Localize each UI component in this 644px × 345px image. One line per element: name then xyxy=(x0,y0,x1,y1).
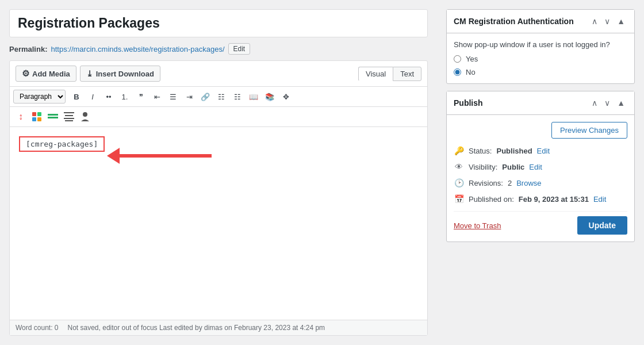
unordered-list-button[interactable]: •• xyxy=(101,89,116,104)
expand-button[interactable]: ✥ xyxy=(278,89,293,104)
auth-panel-collapse-button[interactable]: ▲ xyxy=(615,16,627,27)
publish-panel-title: Publish xyxy=(454,98,483,108)
auth-radio-no-label: No xyxy=(466,68,476,76)
editor-top-bar: ⚙ Add Media ⤓ Insert Download Visual Tex… xyxy=(10,61,427,87)
link-button[interactable]: 🔗 xyxy=(198,89,213,104)
sidebar: CM Registration Authentication ∧ ∨ ▲ Sho… xyxy=(437,0,644,345)
visibility-edit-link[interactable]: Edit xyxy=(529,163,542,171)
post-title-input[interactable]: Registration Packages xyxy=(18,16,419,31)
preview-changes-button[interactable]: Preview Changes xyxy=(551,122,627,139)
editor-buttons: ⚙ Add Media ⤓ Insert Download xyxy=(16,66,160,82)
publish-meta: 🔑 Status: Published Edit 👁 Visibility: P… xyxy=(454,145,627,204)
blockquote-button[interactable]: ❞ xyxy=(133,89,148,104)
permalink-url[interactable]: https://marcin.cminds.website/registrati… xyxy=(51,45,224,53)
italic-button[interactable]: I xyxy=(85,89,100,104)
revisions-browse-link[interactable]: Browse xyxy=(516,179,541,187)
published-value: Feb 9, 2023 at 15:31 xyxy=(519,195,589,204)
tab-visual[interactable]: Visual xyxy=(358,67,393,81)
arrow-shaft xyxy=(120,154,212,158)
svg-rect-4 xyxy=(48,114,58,116)
auth-radio-no[interactable]: No xyxy=(454,68,627,76)
svg-rect-7 xyxy=(65,115,73,116)
revisions-icon: 🕑 xyxy=(454,178,464,188)
svg-rect-3 xyxy=(37,117,41,121)
toolbar-row-1: Paragraph B I •• 1. ❞ ⇤ ☰ ⇥ 🔗 ☷ ☷ 📖 📚 ✥ xyxy=(10,87,427,107)
published-row: 📅 Published on: Feb 9, 2023 at 15:31 Edi… xyxy=(454,194,627,204)
custom-icon-2[interactable] xyxy=(29,109,44,124)
permalink-row: Permalink: https://marcin.cminds.website… xyxy=(9,43,428,55)
add-media-button[interactable]: ⚙ Add Media xyxy=(16,66,76,82)
custom-icon-4[interactable] xyxy=(62,109,76,124)
align-right-button[interactable]: ⇥ xyxy=(182,89,197,104)
publish-panel-controls: ∧ ∨ ▲ xyxy=(589,97,627,109)
published-label: Published on: xyxy=(469,195,514,204)
align-left-button[interactable]: ⇤ xyxy=(150,89,164,104)
status-value: Published xyxy=(496,147,532,155)
add-media-icon: ⚙ xyxy=(22,68,29,79)
update-button[interactable]: Update xyxy=(577,216,627,235)
published-edit-link[interactable]: Edit xyxy=(593,195,606,204)
auth-radio-yes-input[interactable] xyxy=(454,55,461,63)
auth-radio-yes-label: Yes xyxy=(466,55,478,63)
auth-panel-controls: ∧ ∨ ▲ xyxy=(589,16,627,27)
auth-panel-up-button[interactable]: ∧ xyxy=(589,16,600,27)
custom-icon-3[interactable] xyxy=(45,109,60,124)
table2-button[interactable]: ☷ xyxy=(230,89,245,104)
main-editor-area: Registration Packages Permalink: https:/… xyxy=(0,0,437,345)
published-icon: 📅 xyxy=(454,194,464,204)
tab-text[interactable]: Text xyxy=(393,67,421,81)
auth-panel-title: CM Registration Authentication xyxy=(454,17,574,26)
status-edit-link[interactable]: Edit xyxy=(537,147,550,155)
auth-radio-no-input[interactable] xyxy=(454,68,461,76)
editor-container: ⚙ Add Media ⤓ Insert Download Visual Tex… xyxy=(9,60,428,336)
publish-panel-down-button[interactable]: ∨ xyxy=(602,97,612,109)
arrow-indicator xyxy=(108,148,212,164)
arrow-head xyxy=(107,148,120,164)
add-media-label: Add Media xyxy=(32,70,70,78)
auth-panel: CM Registration Authentication ∧ ∨ ▲ Sho… xyxy=(446,9,635,84)
svg-rect-0 xyxy=(32,112,36,116)
publish-panel-collapse-button[interactable]: ▲ xyxy=(615,97,627,109)
custom-icon-5[interactable] xyxy=(78,109,93,124)
publish-footer: Move to Trash Update xyxy=(454,211,627,235)
svg-rect-1 xyxy=(37,112,41,116)
visibility-label: Visibility: xyxy=(469,163,497,171)
svg-rect-2 xyxy=(32,117,36,121)
visibility-icon: 👁 xyxy=(454,162,464,172)
insert-download-icon: ⤓ xyxy=(86,69,93,78)
revisions-label: Revisions: xyxy=(469,179,503,187)
custom-icon-1[interactable]: ↕ xyxy=(13,109,28,124)
status-row: 🔑 Status: Published Edit xyxy=(454,145,627,156)
svg-point-10 xyxy=(83,112,87,117)
align-icon xyxy=(64,112,74,121)
visibility-value: Public xyxy=(502,163,524,171)
editor-status: Not saved, editor out of focus Last edit… xyxy=(68,324,325,332)
editor-content[interactable]: [cmreg-packages] xyxy=(10,127,427,320)
word-count-value: 0 xyxy=(55,324,59,332)
toolbar-row-2: ↕ xyxy=(10,107,427,127)
paragraph-select[interactable]: Paragraph xyxy=(13,90,66,103)
ordered-list-button[interactable]: 1. xyxy=(117,89,132,104)
svg-rect-6 xyxy=(64,112,74,113)
align-center-button[interactable]: ☰ xyxy=(166,89,181,104)
insert-download-button[interactable]: ⤓ Insert Download xyxy=(80,66,160,82)
revisions-count: 2 xyxy=(508,179,512,187)
book-icon[interactable]: 📖 xyxy=(246,89,261,104)
publish-panel-up-button[interactable]: ∧ xyxy=(589,97,600,109)
auth-radio-group: Yes No xyxy=(454,55,627,76)
visibility-row: 👁 Visibility: Public Edit xyxy=(454,162,627,172)
svg-rect-5 xyxy=(48,117,58,118)
permalink-edit-button[interactable]: Edit xyxy=(228,43,251,55)
bold-button[interactable]: B xyxy=(69,89,84,104)
svg-rect-9 xyxy=(65,120,73,121)
move-trash-button[interactable]: Move to Trash xyxy=(454,221,501,230)
book2-icon[interactable]: 📚 xyxy=(262,89,277,104)
table-button[interactable]: ☷ xyxy=(214,89,229,104)
auth-panel-down-button[interactable]: ∨ xyxy=(602,16,612,27)
permalink-label: Permalink: xyxy=(9,45,47,53)
lines-icon xyxy=(48,114,58,120)
grid-icon xyxy=(32,112,42,122)
auth-radio-yes[interactable]: Yes xyxy=(454,55,627,63)
publish-panel: Publish ∧ ∨ ▲ Preview Changes 🔑 Status: … xyxy=(446,91,635,242)
user-icon xyxy=(80,112,90,122)
